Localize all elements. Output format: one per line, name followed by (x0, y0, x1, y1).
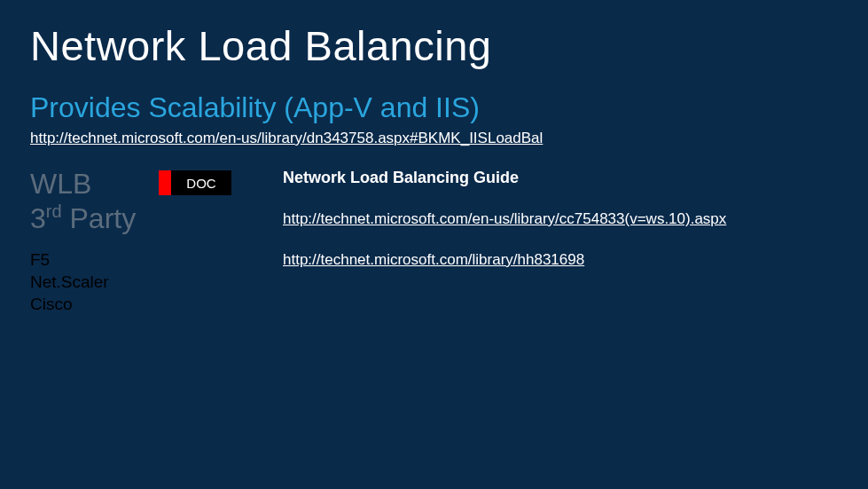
body-row: WLB 3rd Party F5 Net.Scaler Cisco DOC Ne… (30, 167, 838, 316)
guide-link-a[interactable]: http://technet.microsoft.com/en-us/libra… (283, 210, 726, 228)
vendor-list: F5 Net.Scaler Cisco (30, 249, 159, 315)
wlb-label: WLB (30, 167, 159, 201)
vendor-item: F5 (30, 249, 159, 272)
slide-title: Network Load Balancing (30, 21, 838, 70)
third-party-label: 3rd Party (30, 201, 159, 235)
slide: Network Load Balancing Provides Scalabil… (0, 0, 868, 489)
arrow-icon (159, 170, 171, 195)
top-link[interactable]: http://technet.microsoft.com/en-us/libra… (30, 130, 543, 147)
doc-badge-label: DOC (171, 170, 231, 195)
third-party-suffix: rd (46, 201, 62, 221)
third-party-word: Party (62, 202, 137, 234)
badge-column: DOC (159, 167, 283, 195)
right-column: Network Load Balancing Guide http://tech… (283, 167, 838, 269)
slide-subtitle: Provides Scalability (App-V and IIS) (30, 91, 838, 124)
third-party-prefix: 3 (30, 202, 46, 234)
left-column: WLB 3rd Party F5 Net.Scaler Cisco (30, 167, 159, 316)
doc-badge: DOC (159, 170, 231, 195)
vendor-item: Cisco (30, 294, 159, 316)
guide-link-b[interactable]: http://technet.microsoft.com/library/hh8… (283, 251, 584, 269)
guide-title: Network Load Balancing Guide (283, 169, 838, 187)
vendor-item: Net.Scaler (30, 272, 159, 294)
